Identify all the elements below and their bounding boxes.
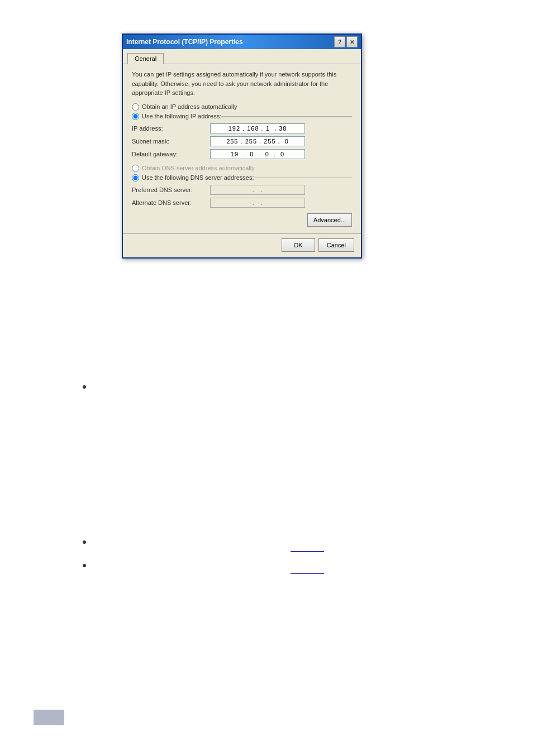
manual-ip-section-line: Use the following IP address: xyxy=(132,113,352,120)
manual-dns-section-line: Use the following DNS server addresses: xyxy=(132,174,352,181)
help-button[interactable]: ? xyxy=(334,36,345,47)
dialog-title: Internet Protocol (TCP/IP) Properties xyxy=(126,38,243,46)
info-text: You can get IP settings assigned automat… xyxy=(132,70,352,98)
dns-section-divider xyxy=(254,178,352,178)
auto-ip-label[interactable]: Obtain an IP address automatically xyxy=(132,103,352,111)
alternate-dns-row: Alternate DNS server: xyxy=(132,198,352,208)
footer-buttons: OK Cancel xyxy=(123,233,361,257)
preferred-dns-row: Preferred DNS server: xyxy=(132,185,352,195)
subnet-mask-row: Subnet mask: xyxy=(132,136,352,146)
subnet-mask-input[interactable] xyxy=(210,136,305,146)
dialog-titlebar: Internet Protocol (TCP/IP) Properties ? … xyxy=(123,35,361,49)
alternate-dns-input[interactable] xyxy=(210,198,305,208)
dialog-window: Internet Protocol (TCP/IP) Properties ? … xyxy=(122,34,362,259)
dns-fields-table: Preferred DNS server: Alternate DNS serv… xyxy=(132,185,352,208)
manual-ip-radio[interactable] xyxy=(132,113,139,120)
link-2[interactable] xyxy=(291,566,324,574)
cancel-button[interactable]: Cancel xyxy=(318,238,354,252)
close-button[interactable]: ✕ xyxy=(346,36,358,47)
tab-strip: General xyxy=(123,49,361,64)
auto-ip-radio[interactable] xyxy=(132,103,139,111)
default-gateway-label: Default gateway: xyxy=(132,151,210,157)
advanced-button-row: Advanced... xyxy=(132,213,352,227)
default-gateway-input[interactable] xyxy=(210,149,305,159)
manual-ip-label[interactable]: Use the following IP address: xyxy=(132,113,221,120)
ip-fields-table: IP address: Subnet mask: Default gateway… xyxy=(132,123,352,159)
ip-address-input[interactable] xyxy=(210,123,305,133)
subnet-mask-label: Subnet mask: xyxy=(132,138,210,145)
preferred-dns-label: Preferred DNS server: xyxy=(132,186,210,193)
dialog-body: You can get IP settings assigned automat… xyxy=(123,64,361,233)
dns-radio-group: Obtain DNS server address automatically … xyxy=(132,165,352,181)
titlebar-buttons: ? ✕ xyxy=(334,36,358,47)
bullet-1 xyxy=(83,385,86,389)
ip-address-row: IP address: xyxy=(132,123,352,133)
bullet-2 xyxy=(83,540,86,544)
preferred-dns-input[interactable] xyxy=(210,185,305,195)
link-1[interactable] xyxy=(291,544,324,552)
default-gateway-row: Default gateway: xyxy=(132,149,352,159)
bottom-rectangle xyxy=(34,710,64,725)
manual-dns-radio[interactable] xyxy=(132,174,139,181)
auto-dns-label[interactable]: Obtain DNS server address automatically xyxy=(132,165,352,172)
dns-section: Obtain DNS server address automatically … xyxy=(132,165,352,208)
advanced-button[interactable]: Advanced... xyxy=(307,213,352,227)
bullet-3 xyxy=(83,564,86,567)
ip-radio-group: Obtain an IP address automatically Use t… xyxy=(132,103,352,120)
ok-button[interactable]: OK xyxy=(282,238,315,252)
auto-dns-radio[interactable] xyxy=(132,165,139,172)
ip-section-divider xyxy=(221,116,352,117)
manual-dns-label[interactable]: Use the following DNS server addresses: xyxy=(132,174,254,181)
tab-general[interactable]: General xyxy=(127,53,164,64)
ip-address-label: IP address: xyxy=(132,125,210,132)
alternate-dns-label: Alternate DNS server: xyxy=(132,199,210,206)
